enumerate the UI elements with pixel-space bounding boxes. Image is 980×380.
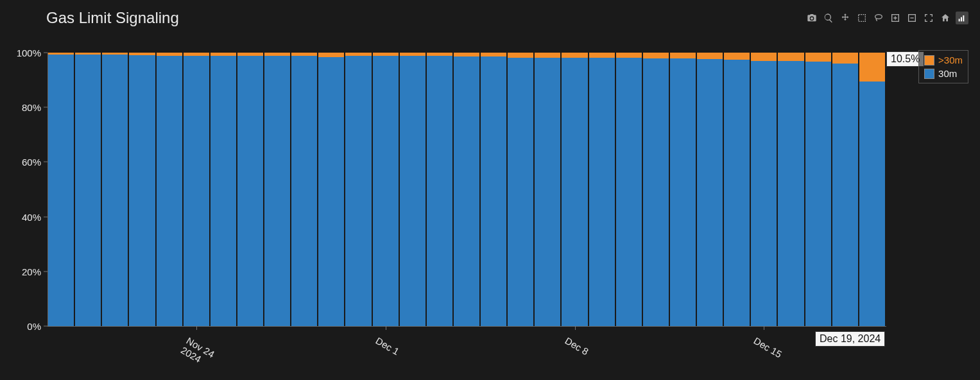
bar[interactable] [75,53,102,326]
zoom-in-button[interactable] [889,12,902,24]
bar[interactable] [805,53,832,326]
reset-axes-button[interactable] [939,12,952,24]
bar-segment-30m [751,61,777,326]
bar[interactable] [157,53,184,326]
bar[interactable] [751,53,778,326]
bar-segment-30m [697,59,723,326]
bar-segment-over30 [562,53,587,58]
bar-segment-30m [48,55,74,326]
pan-button[interactable] [839,12,852,24]
y-tick-label: 0% [27,321,41,332]
x-tick-label: Dec 15 [752,335,784,359]
y-tick-label: 20% [22,266,41,277]
bar-segment-over30 [616,53,642,58]
bar-segment-30m [427,56,452,326]
bar-segment-over30 [643,53,669,58]
bar-segment-over30 [859,53,885,82]
bar-segment-30m [345,56,371,326]
bar-segment-30m [454,56,479,326]
bar-segment-30m [562,58,587,326]
bar-segment-over30 [508,53,533,58]
bar[interactable] [643,53,670,326]
y-tick-label: 100% [17,48,41,58]
x-tick-label: Nov 24 2024 [179,335,216,369]
bar-segment-30m [670,58,696,326]
bar[interactable] [318,53,345,326]
bar-segment-30m [778,61,804,326]
bar-segment-30m [157,56,182,326]
bar[interactable] [427,53,454,326]
plot-area[interactable] [47,53,886,327]
download-png-button[interactable] [805,12,818,24]
lasso-select-button[interactable] [872,12,885,24]
bar-segment-over30 [751,53,777,61]
bar[interactable] [859,53,886,326]
zoom-button[interactable] [822,12,835,24]
bar[interactable] [48,53,75,326]
bars-layer [48,53,886,326]
bar[interactable] [697,53,724,326]
chart-container: Gas Limit Signaling [0,0,980,380]
bar[interactable] [237,53,264,326]
bar-segment-30m [535,58,560,326]
bar[interactable] [724,53,751,326]
bar[interactable] [129,53,156,326]
legend-item-30m[interactable]: 30m [924,67,963,80]
plotly-toolbar [805,12,968,24]
bar-segment-30m [237,56,263,326]
autoscale-button[interactable] [922,12,935,24]
bar[interactable] [778,53,805,326]
bar[interactable] [373,53,400,326]
legend: >30m 30m [918,50,968,83]
bar-segment-30m [616,58,642,326]
svg-point-1 [875,15,882,19]
bar-segment-30m [291,56,317,326]
bar-segment-over30 [318,53,344,57]
bar-segment-30m [400,56,426,326]
bar-segment-30m [264,56,290,326]
zoom-out-button[interactable] [906,12,918,24]
bar-segment-30m [805,62,831,326]
bar[interactable] [184,53,211,326]
bar[interactable] [264,53,291,326]
bar[interactable] [454,53,481,326]
bar[interactable] [616,53,643,326]
bar-segment-over30 [535,53,560,58]
legend-swatch-over30 [924,55,934,65]
bar-segment-over30 [778,53,804,61]
bar[interactable] [670,53,697,326]
svg-rect-6 [961,17,962,22]
bar-segment-30m [724,60,750,326]
hover-x-label: Dec 19, 2024 [815,331,885,347]
legend-label-30m: 30m [938,68,957,79]
x-tick-label: Dec 8 [563,335,590,357]
legend-item-over30[interactable]: >30m [924,53,963,67]
svg-rect-5 [959,19,960,21]
bar-segment-over30 [670,53,696,58]
bar[interactable] [291,53,318,326]
bar[interactable] [102,53,129,326]
bar[interactable] [508,53,535,326]
bar[interactable] [535,53,562,326]
bar[interactable] [345,53,372,326]
bar-segment-over30 [805,53,831,62]
legend-swatch-30m [924,69,934,79]
plotly-logo-button[interactable] [956,12,968,24]
y-tick-label: 80% [22,102,41,113]
bar[interactable] [832,53,859,326]
svg-rect-0 [859,15,866,22]
bar-segment-30m [184,56,209,326]
bar[interactable] [481,53,508,326]
bar[interactable] [400,53,427,326]
bar-segment-30m [373,56,399,326]
box-select-button[interactable] [855,12,868,24]
x-tick-label: Dec 1 [374,335,400,357]
bar[interactable] [589,53,616,326]
y-tick-label: 60% [22,157,41,168]
y-axis: 0%20%40%60%80%100% [0,53,47,326]
bar[interactable] [562,53,589,326]
svg-rect-4 [910,17,913,18]
bar[interactable] [211,53,237,326]
y-tick-label: 40% [22,211,41,222]
bar-segment-30m [589,58,615,326]
